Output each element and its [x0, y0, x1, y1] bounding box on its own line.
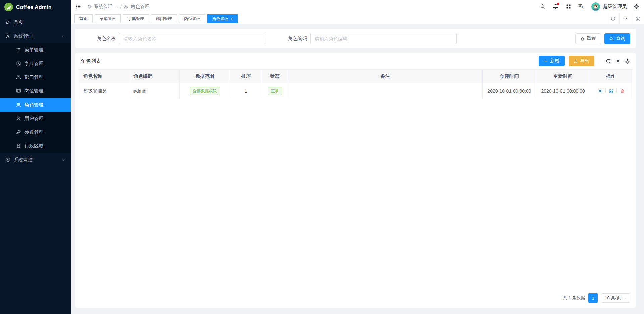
tab-label: 岗位管理	[184, 16, 200, 21]
pagination: 共 1 条数据 1 10 条/页	[75, 293, 636, 308]
card-header: 角色列表 新增 导出	[75, 53, 636, 69]
page-size-value: 10 条/页	[605, 295, 621, 301]
tab-home[interactable]: 首页	[74, 14, 93, 23]
cell-data-scope: 全部数据权限	[180, 83, 230, 99]
cell-updated: 2020-10-01 00:00:00	[536, 83, 590, 99]
role-code-field-group: 角色编码	[288, 33, 457, 44]
breadcrumb-parent[interactable]: 系统管理	[94, 4, 113, 10]
tab-dept-mgmt[interactable]: 部门管理	[151, 14, 177, 23]
roles-icon	[124, 4, 128, 9]
sidebar-item-home[interactable]: 首页	[0, 15, 71, 29]
app-title: Coffee Admin	[16, 4, 52, 10]
sidebar-item-role-mgmt[interactable]: 角色管理	[0, 98, 71, 112]
settings-gear-icon[interactable]	[634, 4, 639, 9]
tab-post-mgmt[interactable]: 岗位管理	[179, 14, 205, 23]
col-remark: 备注	[288, 70, 483, 83]
sidebar-item-user-mgmt[interactable]: 用户管理	[0, 112, 71, 125]
collapse-sidebar-icon[interactable]	[75, 4, 81, 9]
gear-icon	[5, 34, 10, 39]
user-avatar[interactable]	[591, 2, 600, 11]
sidebar-item-label: 字典管理	[24, 61, 65, 67]
maximize-icon[interactable]	[632, 13, 644, 24]
add-button[interactable]: 新增	[539, 56, 565, 66]
search-form-card: 角色名称 角色编码 重置 查询	[75, 29, 636, 48]
sidebar-item-label: 行政区域	[24, 143, 65, 149]
sidebar-item-param-mgmt[interactable]: 参数管理	[0, 125, 71, 139]
sidebar-item-region[interactable]: 行政区域	[0, 139, 71, 153]
tab-close-icon[interactable]: x	[231, 17, 233, 21]
notification-bell-icon[interactable]	[553, 4, 558, 9]
refresh-icon[interactable]	[607, 13, 619, 24]
page-number-button[interactable]: 1	[588, 293, 598, 303]
row-height-icon[interactable]	[615, 58, 621, 64]
tab-dict-mgmt[interactable]: 字典管理	[123, 14, 149, 23]
tab-controls	[607, 13, 644, 24]
delete-trash-icon[interactable]	[620, 89, 625, 93]
page-size-select[interactable]: 10 条/页	[601, 293, 630, 303]
sidebar-item-dict-mgmt[interactable]: 字典管理	[0, 57, 71, 70]
sidebar: Coffee Admin 首页 系统管理 菜单管理 字典管理 部门管理	[0, 0, 71, 314]
sidebar-item-label: 部门管理	[24, 74, 65, 80]
search-buttons: 重置 查询	[575, 33, 630, 44]
main-area: 系统管理 / 角色管理 文A 超级管理员 首页 菜单管理 字典管理 部门管理 岗	[71, 0, 644, 314]
role-name-label: 角色名称	[97, 36, 116, 42]
id-card-icon	[16, 88, 21, 93]
bank-icon	[16, 143, 21, 148]
refresh-icon[interactable]	[605, 58, 611, 64]
page-content: 角色名称 角色编码 重置 查询 角色列表	[71, 24, 644, 314]
sidebar-item-label: 首页	[14, 19, 65, 25]
cell-remark	[288, 83, 483, 99]
sidebar-item-dept-mgmt[interactable]: 部门管理	[0, 70, 71, 84]
cell-created: 2020-10-01 00:00:00	[483, 83, 536, 99]
col-updated: 更新时间	[536, 70, 590, 83]
tab-menu-mgmt[interactable]: 菜单管理	[95, 14, 121, 23]
app-logo[interactable]: Coffee Admin	[0, 0, 71, 15]
sidebar-item-menu-mgmt[interactable]: 菜单管理	[0, 43, 71, 57]
export-button[interactable]: 导出	[569, 56, 594, 66]
sidebar-group-monitor[interactable]: 系统监控	[0, 153, 71, 167]
tab-bar: 首页 菜单管理 字典管理 部门管理 岗位管理 角色管理x	[71, 13, 644, 24]
chevron-down-icon	[624, 296, 627, 300]
cell-status: 正常	[262, 83, 288, 99]
table-header-row: 角色名称 角色编码 数据范围 排序 状态 备注 创建时间 更新时间 操作	[79, 70, 632, 83]
sidebar-item-label: 角色管理	[24, 102, 65, 108]
tab-label: 部门管理	[156, 16, 172, 21]
role-name-input[interactable]	[119, 33, 265, 44]
cell-role-name: 超级管理员	[79, 83, 129, 99]
query-button[interactable]: 查询	[604, 33, 630, 44]
tab-label: 角色管理	[212, 16, 228, 21]
sidebar-item-label: 参数管理	[24, 129, 65, 135]
sidebar-group-label: 系统监控	[14, 157, 61, 163]
role-table: 角色名称 角色编码 数据范围 排序 状态 备注 创建时间 更新时间 操作 超级管…	[79, 69, 632, 99]
permission-gear-icon[interactable]	[598, 89, 602, 93]
toolbar-divider	[600, 58, 600, 64]
list-icon	[16, 47, 21, 52]
sidebar-item-post-mgmt[interactable]: 岗位管理	[0, 84, 71, 98]
column-settings-gear-icon[interactable]	[625, 58, 630, 64]
tab-role-mgmt[interactable]: 角色管理x	[207, 14, 238, 23]
col-data-scope: 数据范围	[180, 70, 230, 83]
breadcrumb-separator: /	[120, 4, 122, 9]
translate-icon[interactable]: 文A	[578, 3, 584, 10]
table-row[interactable]: 超级管理员 admin 全部数据权限 1 正常 2020-10-01 00:00…	[79, 83, 632, 99]
roles-icon	[16, 102, 21, 107]
role-code-label: 角色编码	[288, 36, 307, 42]
current-user-name[interactable]: 超级管理员	[603, 4, 627, 10]
edit-icon[interactable]	[609, 89, 613, 93]
sidebar-menu: 首页 系统管理 菜单管理 字典管理 部门管理 岗位管理	[0, 15, 71, 167]
fullscreen-icon[interactable]	[566, 4, 571, 9]
add-button-label: 新增	[550, 58, 559, 64]
role-code-input[interactable]	[310, 33, 457, 44]
sidebar-group-system[interactable]: 系统管理	[0, 29, 71, 43]
search-icon[interactable]	[540, 4, 546, 9]
cell-sort: 1	[230, 83, 262, 99]
header-actions: 文A 超级管理员	[540, 2, 639, 11]
reset-button[interactable]: 重置	[575, 33, 601, 44]
svg-text:A: A	[582, 6, 584, 9]
chevron-down-icon[interactable]	[619, 13, 632, 24]
reset-button-label: 重置	[587, 36, 596, 42]
chevron-down-icon	[61, 158, 65, 162]
col-created: 创建时间	[483, 70, 536, 83]
col-actions: 操作	[590, 70, 632, 83]
role-name-field-group: 角色名称	[97, 33, 265, 44]
